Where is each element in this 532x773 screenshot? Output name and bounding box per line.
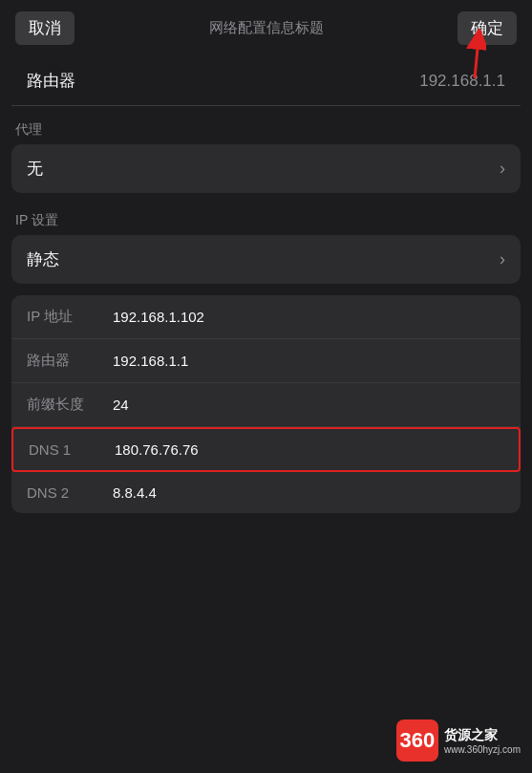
dns2-key: DNS 2 xyxy=(27,484,113,501)
table-row-ip: IP 地址 192.168.1.102 xyxy=(11,295,521,339)
router-key: 路由器 xyxy=(27,352,113,370)
watermark-text: 货源之家 www.360hyzj.com xyxy=(444,727,521,755)
watermark-badge: 360 xyxy=(396,719,438,762)
router-value: 192.168.1.1 xyxy=(419,72,505,91)
dns1-key: DNS 1 xyxy=(29,441,115,458)
table-row-prefix: 前缀长度 24 xyxy=(11,383,521,427)
watermark-title: 货源之家 xyxy=(444,727,521,744)
table-row-dns2: DNS 2 8.8.4.4 xyxy=(11,472,521,513)
cancel-button[interactable]: 取消 xyxy=(15,11,74,45)
confirm-button[interactable]: 确定 xyxy=(458,11,517,45)
proxy-card: 无 › xyxy=(11,144,521,193)
proxy-label: 无 xyxy=(27,158,43,180)
prefix-val: 24 xyxy=(113,397,505,413)
ip-address-key: IP 地址 xyxy=(27,308,113,326)
proxy-row[interactable]: 无 › xyxy=(11,144,521,193)
network-detail-table: IP 地址 192.168.1.102 路由器 192.168.1.1 前缀长度… xyxy=(11,295,521,513)
table-row-dns1[interactable]: DNS 1 180.76.76.76 xyxy=(11,427,521,472)
watermark: 360 货源之家 www.360hyzj.com xyxy=(396,719,521,762)
dns2-val: 8.8.4.4 xyxy=(113,484,505,501)
dns1-val: 180.76.76.76 xyxy=(115,441,503,458)
ip-address-val: 192.168.1.102 xyxy=(113,309,505,325)
table-row-router: 路由器 192.168.1.1 xyxy=(11,339,521,383)
watermark-url: www.360hyzj.com xyxy=(444,744,521,755)
prefix-key: 前缀长度 xyxy=(27,396,113,414)
router-val: 192.168.1.1 xyxy=(113,353,505,369)
ip-mode-row[interactable]: 静态 › xyxy=(11,235,521,284)
router-label: 路由器 xyxy=(27,70,75,92)
router-row: 路由器 192.168.1.1 xyxy=(11,56,521,106)
ip-section-label: IP 设置 xyxy=(0,197,532,235)
proxy-section-label: 代理 xyxy=(0,106,532,144)
ip-chevron-icon: › xyxy=(500,249,505,269)
ip-card: 静态 › xyxy=(11,235,521,284)
proxy-chevron-icon: › xyxy=(500,159,505,179)
top-bar-title: 网络配置信息标题 xyxy=(86,19,446,37)
top-bar: 取消 网络配置信息标题 确定 xyxy=(0,0,532,56)
ip-mode-label: 静态 xyxy=(27,248,59,270)
